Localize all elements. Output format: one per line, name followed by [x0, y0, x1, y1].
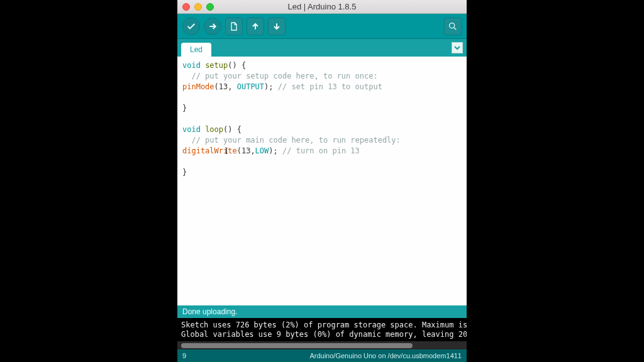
toolbar — [177, 14, 467, 39]
save-button[interactable] — [268, 18, 286, 35]
close-icon[interactable] — [182, 3, 190, 11]
serial-monitor-button[interactable] — [444, 18, 462, 35]
code-editor[interactable]: void setup() { // put your setup code he… — [177, 57, 467, 305]
arrow-up-icon — [250, 21, 260, 31]
tab-bar: Led — [177, 39, 467, 57]
arrow-right-icon — [208, 21, 218, 31]
magnifier-icon — [448, 21, 458, 31]
verify-button[interactable] — [182, 18, 200, 35]
status-message: Done uploading. — [182, 307, 237, 316]
file-icon — [229, 21, 239, 31]
new-button[interactable] — [225, 18, 243, 35]
tab-label: Led — [190, 45, 203, 54]
titlebar: Led | Arduino 1.8.5 — [177, 0, 467, 14]
upload-button[interactable] — [204, 18, 221, 35]
console-line: Sketch uses 726 bytes (2%) of program st… — [181, 321, 467, 329]
arduino-window: Led | Arduino 1.8.5 Led void setup() { — [177, 0, 467, 362]
console-line: Global variables use 9 bytes (0%) of dyn… — [181, 330, 467, 339]
check-icon — [186, 21, 196, 31]
open-button[interactable] — [247, 18, 264, 35]
scrollbar-thumb[interactable] — [181, 343, 413, 348]
tab-menu-button[interactable] — [452, 42, 463, 53]
svg-point-0 — [450, 23, 455, 28]
window-controls — [182, 3, 214, 11]
chevron-down-icon — [454, 45, 460, 51]
minimize-icon[interactable] — [194, 3, 202, 11]
line-number: 9 — [182, 352, 186, 359]
status-bar: Done uploading. — [177, 305, 467, 318]
zoom-icon[interactable] — [206, 3, 214, 11]
arrow-down-icon — [272, 21, 282, 31]
window-title: Led | Arduino 1.8.5 — [177, 2, 467, 11]
console-output[interactable]: Sketch uses 726 bytes (2%) of program st… — [177, 318, 467, 341]
board-port-label: Arduino/Genuino Uno on /dev/cu.usbmodem1… — [309, 352, 462, 359]
footer-bar: 9 Arduino/Genuino Uno on /dev/cu.usbmode… — [177, 349, 467, 362]
console-scrollbar[interactable] — [177, 341, 467, 349]
sketch-tab[interactable]: Led — [181, 43, 211, 57]
